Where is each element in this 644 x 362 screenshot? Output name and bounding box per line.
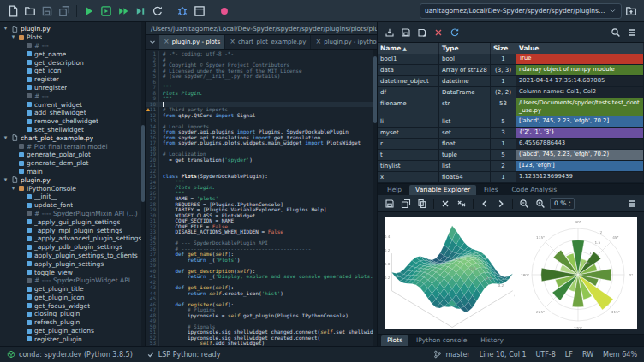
options-menu-button[interactable] bbox=[625, 26, 639, 39]
save-plot-button[interactable] bbox=[383, 197, 397, 211]
status-mem-64[interactable]: Mem 64% bbox=[603, 351, 637, 359]
next-plot-button[interactable] bbox=[494, 197, 508, 211]
remove-variable-button[interactable] bbox=[432, 26, 445, 39]
outline-item-plots[interactable]: ▾Plots bbox=[0, 33, 145, 42]
status-master[interactable]: master bbox=[433, 350, 469, 359]
previous-plot-button[interactable] bbox=[478, 197, 492, 211]
code-editor[interactable]: 1# -*- coding: utf-8 -*-2#3# Copyright ©… bbox=[146, 50, 377, 346]
pane-tab-code-analysis[interactable]: Code Analysis bbox=[506, 185, 564, 195]
outline-item-apply-pdb-plugin-settings[interactable]: _apply_pdb_plugin_settings bbox=[0, 243, 145, 252]
run-selection-button[interactable] bbox=[133, 3, 148, 19]
python-env-button[interactable] bbox=[217, 3, 232, 19]
outline-item-add-shellwidget[interactable]: add_shellwidget bbox=[0, 109, 145, 117]
save-data-button[interactable] bbox=[399, 26, 413, 39]
outline-item-ipythonconsole[interactable]: ▾IPythonConsole bbox=[0, 184, 145, 193]
outline-item-update-font[interactable]: update_font bbox=[0, 201, 145, 210]
save-file-button[interactable] bbox=[39, 3, 55, 19]
status-conda[interactable]: conda: spyder.dev (Python 3.8.5) bbox=[7, 350, 133, 359]
status-line-10-col-1[interactable]: Line 10, Col 1 bbox=[480, 351, 527, 359]
browse-tabs-button[interactable] bbox=[146, 35, 159, 49]
zoom-in-button[interactable] bbox=[534, 197, 547, 211]
status-lsp-python[interactable]: LSP Python: ready bbox=[146, 350, 221, 359]
variable-row-x[interactable]: xfloat6411.1235123699439 bbox=[378, 172, 644, 183]
save-all-plots-button[interactable] bbox=[399, 197, 413, 211]
variable-row-bool1[interactable]: bool1bool1True bbox=[378, 54, 644, 65]
column-header-size[interactable]: Size bbox=[491, 43, 516, 54]
close-tab-icon[interactable]: × bbox=[164, 39, 170, 45]
pane-tab-ipython-console[interactable]: IPython console bbox=[410, 335, 473, 346]
variable-row-tinylist[interactable]: tinylistlist2[123, 'efgh'] bbox=[378, 161, 644, 172]
outline-item-apply-mpl-plugin-settings[interactable]: _apply_mpl_plugin_settings bbox=[0, 226, 145, 234]
pane-tab-variable-explorer[interactable]: Variable Explorer bbox=[409, 185, 476, 195]
outline-item-get-description[interactable]: get_description bbox=[0, 58, 145, 67]
browse-working-directory-button[interactable] bbox=[623, 3, 639, 19]
outline-item-plugin-py[interactable]: ▾plugin.py bbox=[0, 175, 145, 184]
run-cell-and-advance-button[interactable] bbox=[116, 3, 131, 19]
outline-item-register-plugin[interactable]: register_plugin bbox=[0, 335, 145, 343]
outline-item-generate-polar-plot[interactable]: generate_polar_plot bbox=[0, 151, 145, 159]
editor-scrollbar[interactable] bbox=[373, 50, 377, 346]
outline-item-get-plugin-icon[interactable]: get_plugin_icon bbox=[0, 294, 145, 302]
remove-all-plots-button[interactable] bbox=[455, 197, 468, 211]
debug-file-button[interactable] bbox=[175, 3, 190, 19]
outline-item-spyderpluginmixin-api[interactable]: # ---- SpyderPluginMixin API (...) bbox=[0, 210, 145, 218]
outline-item-unregister[interactable]: unregister bbox=[0, 84, 145, 92]
refresh-variables-button[interactable] bbox=[448, 26, 462, 39]
status-utf-8[interactable]: UTF-8 bbox=[536, 351, 556, 359]
close-tab-icon[interactable]: × bbox=[230, 39, 236, 45]
outline-item-get-plugin-actions[interactable]: get_plugin_actions bbox=[0, 327, 145, 335]
new-file-button[interactable] bbox=[5, 3, 21, 19]
spinner-arrows-icon[interactable]: ▴▾ bbox=[569, 200, 570, 207]
copy-plot-button[interactable] bbox=[415, 197, 429, 211]
editor-tab-plugin-py-plots[interactable]: ×plugin.py - plots bbox=[159, 35, 225, 49]
pane-tab-history[interactable]: History bbox=[474, 335, 510, 346]
save-all-button[interactable] bbox=[57, 3, 72, 19]
open-file-button[interactable] bbox=[22, 3, 38, 19]
collapse-arrow-icon[interactable]: ▾ bbox=[10, 33, 16, 41]
variable-row-data[interactable]: dataArray of str128(3, 3)ndarray object … bbox=[378, 65, 644, 76]
variable-row-datetime-object[interactable]: datetime_objectdatetime12021-04-14 17:35… bbox=[378, 76, 644, 87]
outline-item-item[interactable]: # --- bbox=[0, 42, 145, 50]
outline-item-get-icon[interactable]: get_icon bbox=[0, 67, 145, 75]
outline-item-get-focus-widget[interactable]: get_focus_widget bbox=[0, 301, 145, 310]
variable-row-filename[interactable]: filenamestr53/Users/Documents/spyder/tes… bbox=[378, 98, 644, 116]
outline-item-toggle-view[interactable]: toggle_view bbox=[0, 268, 145, 276]
outline-item-remove-shellwidget[interactable]: remove_shellwidget bbox=[0, 117, 145, 126]
outline-item-item[interactable]: # --- bbox=[0, 92, 145, 100]
outline-item-set-shellwidget[interactable]: set_shellwidget bbox=[0, 126, 145, 134]
pane-tab-files[interactable]: Files bbox=[478, 185, 504, 195]
search-variables-button[interactable] bbox=[609, 26, 623, 39]
outline-item-get-plugin-title[interactable]: get_plugin_title bbox=[0, 285, 145, 294]
variable-row-t[interactable]: ttuple5('abcd', 745, 2.23, 'efgh', 70.2) bbox=[378, 150, 644, 161]
variable-row-r[interactable]: rfloat16.45567886443 bbox=[378, 139, 644, 150]
variable-row-li[interactable]: lilist5['abcd', 745, 2.23, 'efgh', 70.2] bbox=[378, 116, 644, 128]
outline-item-register[interactable]: register bbox=[0, 75, 145, 84]
variable-row-myset[interactable]: mysetset3{'2', '1', '3'} bbox=[378, 128, 644, 139]
outline-item-get-name[interactable]: get_name bbox=[0, 50, 145, 58]
outline-item-main[interactable]: main bbox=[0, 168, 145, 176]
maximize-pane-button[interactable] bbox=[192, 3, 207, 19]
collapse-arrow-icon[interactable]: ▾ bbox=[3, 176, 9, 184]
outline-item-apply-plugin-settings-to-clients[interactable]: apply_plugin_settings_to_clients bbox=[0, 252, 145, 260]
close-tab-icon[interactable]: × bbox=[315, 39, 321, 45]
column-header-value[interactable]: Value bbox=[516, 43, 644, 54]
run-cell-button[interactable] bbox=[98, 3, 114, 19]
scrollbar-thumb[interactable] bbox=[141, 125, 145, 202]
variable-row-df[interactable]: dfDataFrame(2, 2)Column names: Col1, Col… bbox=[378, 87, 644, 98]
status-lf[interactable]: LF bbox=[565, 351, 573, 359]
outline-item-closing-plugin[interactable]: closing_plugin bbox=[0, 310, 145, 318]
column-header-name[interactable]: Name ▲ bbox=[378, 43, 439, 54]
pane-tab-plots[interactable]: Plots bbox=[381, 335, 408, 346]
outline-scrollbar[interactable] bbox=[141, 22, 145, 346]
import-data-button[interactable] bbox=[383, 26, 397, 39]
remove-plot-button[interactable] bbox=[438, 197, 452, 211]
outline-item-generate-dem-plot[interactable]: generate_dem_plot bbox=[0, 159, 145, 168]
column-header-type[interactable]: Type bbox=[439, 43, 491, 54]
outline-item-apply-advanced-plugin-settings[interactable]: _apply_advanced_plugin_settings bbox=[0, 234, 145, 243]
status-rw[interactable]: RW bbox=[582, 351, 593, 359]
pane-tab-help[interactable]: Help bbox=[381, 185, 408, 195]
outline-item-apply-gui-plugin-settings[interactable]: _apply_gui_plugin_settings bbox=[0, 217, 145, 226]
scrollbar-thumb[interactable] bbox=[373, 56, 377, 123]
outline-item-plugin-py[interactable]: ▾plugin.py bbox=[0, 25, 145, 33]
collapse-arrow-icon[interactable]: ▾ bbox=[10, 185, 16, 193]
